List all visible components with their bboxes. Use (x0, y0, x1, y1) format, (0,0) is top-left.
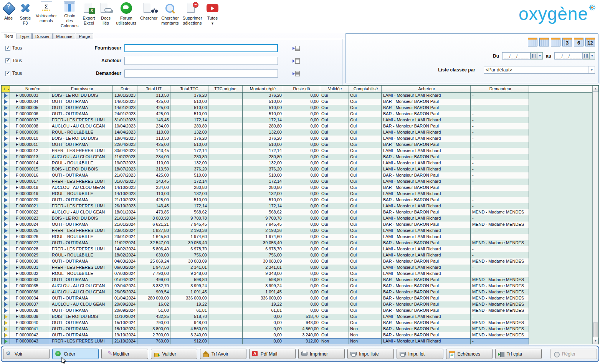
toolbar-item-chercher[interactable]: Chercher (138, 2, 159, 28)
transfer-credit-button[interactable]: Trf Avoir (200, 349, 246, 359)
table-row[interactable]: F 00000028FRER - LES FRERES LUMI14/02/20… (2, 246, 598, 252)
tous-checkbox-demandeur[interactable]: Tous (5, 71, 86, 76)
table-row[interactable]: F 00000024OUTI - OUTIRAMA21/01/20246 621… (2, 222, 598, 228)
table-row[interactable]: F 00000022AUCLOU - AU CLOU GEAN18/01/202… (2, 209, 598, 215)
period-3-months-button[interactable]: 3 (562, 38, 572, 46)
table-corner-menu-icon[interactable] (2, 86, 10, 92)
checkbox-checked-icon[interactable] (5, 71, 10, 76)
lookup-list-icon[interactable] (293, 71, 299, 76)
table-row[interactable]: F 00000011OUTI - OUTIRAMA22/04/2023425,0… (2, 142, 598, 148)
toolbar-item-docs[interactable]: Docsliés (98, 2, 114, 28)
table-row[interactable]: F 00000023BOIS - LE ROI DU BOIS21/01/202… (2, 215, 598, 222)
vertical-scrollbar[interactable]: ▲ ▼ (592, 86, 598, 344)
column-header-date[interactable]: Date (113, 86, 137, 92)
due-dates-button[interactable]: Echéances (446, 349, 493, 359)
view-button[interactable]: Voir (3, 349, 50, 359)
chevron-down-icon[interactable]: ▼ (588, 66, 595, 73)
table-row[interactable]: F 00000009ROUL - ROUL&BILLE14/04/2023110… (2, 129, 598, 136)
table-row[interactable]: F 00000042OUTI - OUTIRAMA19/10/20242 700… (2, 332, 598, 338)
table-row[interactable]: F 00000016OUTI - OUTIRAMA21/07/2023425,0… (2, 172, 598, 179)
date-to-input[interactable]: __/__/____ (554, 52, 583, 60)
table-row[interactable]: F 00000032ROUL - ROUL&BILLE07/03/20247 7… (2, 271, 598, 277)
table-row[interactable]: F 00000019ROUL - ROUL&BILLE14/10/2023110… (2, 191, 598, 197)
table-row[interactable]: F 00000038OUTI - OUTIRAMA20/09/202451,00… (2, 308, 598, 314)
date-to-dropdown-icon[interactable]: ▼ (589, 52, 595, 60)
toolbar-item-choix[interactable]: ChoixdesColonnes (59, 2, 80, 28)
table-row[interactable]: F 00000034OUTI - OUTIRAMA01/04/2024280 0… (2, 295, 598, 301)
table-row[interactable]: F 00000026ROUL - ROUL&BILLE23/01/20241 6… (2, 234, 598, 240)
scroll-up-icon[interactable]: ▲ (593, 86, 598, 92)
table-row[interactable]: F 00000013AUCLOU - AU CLOU GEAN11/07/202… (2, 154, 598, 160)
table-row[interactable]: F 00000043FRER - LES FRERES LUMI21/10/20… (2, 338, 598, 344)
table-row[interactable]: F 00000006OUTI - OUTIRAMA24/01/2023425,0… (2, 111, 598, 117)
period-12-months-button[interactable]: 12 (585, 38, 595, 46)
sort-select[interactable]: <Par défaut> ▼ (484, 66, 595, 74)
period-6-months-button[interactable]: 6 (574, 38, 583, 46)
column-header-comptabilis-[interactable]: Comptabilisé (349, 86, 382, 92)
table-row[interactable]: F 00000041OUTI - OUTIRAMA18/10/20243 800… (2, 326, 598, 332)
table-row[interactable]: F 00000007FRER - LES FRERES LUMI31/01/20… (2, 117, 598, 123)
table-row[interactable]: F 00000033OUTI - OUTIRAMA01/04/2024499,0… (2, 277, 598, 283)
transfer-accounting-button[interactable]: Trf cpta (495, 349, 542, 359)
column-header-ttc-origine[interactable]: TTC origine (208, 86, 243, 92)
column-header-demandeur[interactable]: Demandeur (471, 86, 529, 92)
column-header-fournisseur[interactable]: Fournisseur (50, 86, 113, 92)
create-button[interactable]: Créer (52, 349, 99, 359)
tab-purge[interactable]: Purge (76, 33, 93, 39)
table-row[interactable]: F 00000027OUTI - OUTIRAMA11/02/202432 54… (2, 240, 598, 246)
table-row[interactable]: F 00000036AUCLOU - AU CLOU GEAN26/05/202… (2, 289, 598, 295)
column-header-total-ht[interactable]: Total HT (137, 86, 170, 92)
tous-checkbox-acheteur[interactable]: Tous (5, 58, 86, 63)
lookup-list-icon[interactable] (293, 45, 299, 51)
scroll-thumb[interactable] (593, 323, 598, 337)
print-batch-button[interactable]: Impr. lot (397, 349, 443, 359)
toolbar-item-chercher[interactable]: Cherchermontants (159, 2, 180, 28)
date-to-calendar-icon[interactable] (583, 52, 589, 60)
print-list-button[interactable]: Impr. liste (347, 349, 394, 359)
toolbar-item-forum[interactable]: Forumutilisateurs (114, 2, 139, 28)
toolbar-item-tutos[interactable]: Tutos▼ (204, 2, 221, 28)
toolbar-item-voir-cacher[interactable]: Voir/cachercumuls (34, 2, 59, 28)
column-header-montant-r-gl-[interactable]: Montant réglé (243, 86, 283, 92)
date-from-calendar-icon[interactable] (531, 52, 537, 60)
table-row[interactable]: F 00000020OUTI - OUTIRAMA21/10/2023425,0… (2, 197, 598, 203)
toolbar-item-sortie[interactable]: SortieF3 (17, 2, 34, 28)
table-row[interactable]: F 00000004OUTI - OUTIRAMA14/01/2023425,0… (2, 99, 598, 105)
table-row[interactable]: F 00000037AUCLOU - AU CLOU GEAN20/09/202… (2, 301, 598, 308)
scroll-down-icon[interactable]: ▼ (593, 338, 598, 344)
tab-monnaie[interactable]: Monnaie (53, 33, 75, 39)
scroll-track[interactable] (593, 92, 598, 338)
checkbox-checked-icon[interactable] (5, 46, 10, 51)
fournisseur-input[interactable] (124, 44, 278, 52)
table-row[interactable]: F 00000017FRER - LES FRERES LUMI31/07/20… (2, 179, 598, 185)
toolbar-item-aide[interactable]: Aide (0, 2, 17, 28)
toolbar-item-supprimer[interactable]: Supprimersélections (181, 2, 204, 28)
toolbar-item-export[interactable]: ExportExcel (81, 2, 98, 28)
column-header-total-ttc[interactable]: Total TTC (170, 86, 208, 92)
table-row[interactable]: F 00000039BOIS - LE ROI DU BOIS11/10/202… (2, 314, 598, 320)
acheteur-input[interactable] (124, 57, 278, 65)
period-day-button[interactable] (528, 38, 537, 46)
checkbox-checked-icon[interactable] (5, 58, 10, 63)
tab-dossier[interactable]: Dossier (32, 33, 53, 39)
lookup-list-icon[interactable] (293, 58, 299, 64)
date-from-input[interactable]: __/__/____ (502, 52, 531, 60)
table-row[interactable]: A 00000005OUTI - OUTIRAMA14/01/2023-425,… (2, 105, 598, 111)
table-row[interactable]: F 00000015BOIS - LE ROI DU BOIS18/07/202… (2, 166, 598, 172)
table-row[interactable]: F 00000035AUCLOU - AU CLOU GEAN02/04/202… (2, 283, 598, 289)
date-from-dropdown-icon[interactable]: ▼ (537, 52, 543, 60)
tous-checkbox-fournisseur[interactable]: Tous (5, 45, 86, 51)
table-row[interactable]: F 00000029ROUL - ROUL&BILLE18/02/2024630… (2, 252, 598, 258)
chevron-down-icon[interactable]: ▼ (211, 22, 214, 25)
tab-type[interactable]: Type (17, 33, 32, 39)
table-row[interactable]: F 00000018AUCLOU - AU CLOU GEAN14/10/202… (2, 185, 598, 191)
table-row[interactable]: F 00000030OUTI - OUTIRAMA04/03/202425 06… (2, 258, 598, 265)
column-header-valid-e[interactable]: Validée (320, 86, 349, 92)
table-row[interactable]: F 00000003BOIS - LE ROI DU BOIS13/01/202… (2, 93, 598, 99)
table-row[interactable]: F 00000008AUCLOU - AU CLOU GEAN10/04/202… (2, 123, 598, 129)
column-header-acheteur[interactable]: Acheteur (382, 86, 471, 92)
pdf-mail-button[interactable]: Pdf Mail (249, 349, 296, 359)
period-month-button[interactable] (551, 38, 560, 46)
modify-button[interactable]: Modifier (101, 349, 148, 359)
print-button[interactable]: Imprimer (298, 349, 345, 359)
